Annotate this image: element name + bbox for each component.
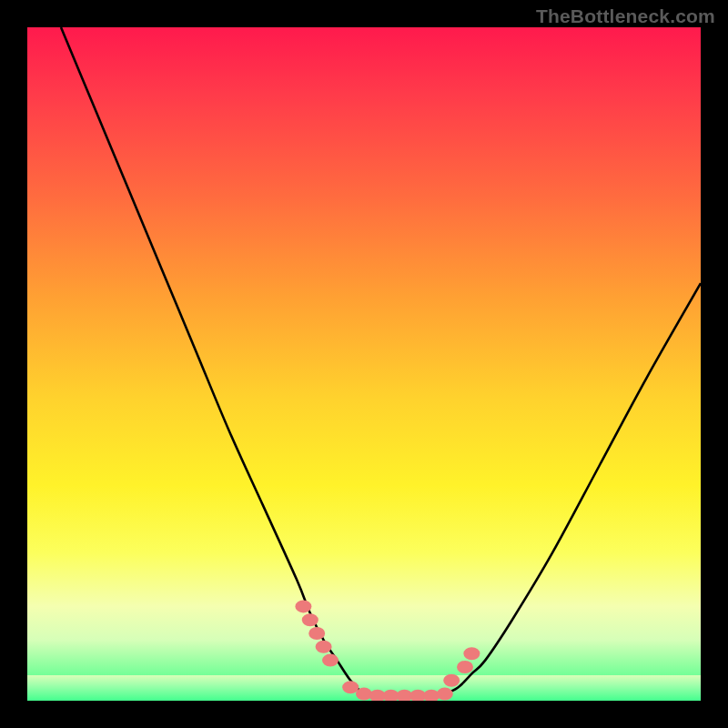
marker-point	[463, 647, 480, 660]
marker-point	[342, 681, 359, 693]
marker-point	[457, 661, 473, 673]
bottleneck-curve	[61, 27, 701, 698]
marker-point	[302, 613, 318, 626]
curve-svg	[27, 27, 701, 701]
plot-area	[27, 27, 701, 701]
marker-point	[316, 641, 332, 653]
marker-point	[308, 627, 325, 640]
markers-group	[295, 600, 480, 701]
curve-group	[61, 27, 701, 698]
marker-point	[437, 688, 453, 701]
watermark-text: TheBottleneck.com	[536, 5, 715, 27]
marker-point	[443, 674, 460, 687]
marker-point	[322, 654, 339, 667]
chart-frame: TheBottleneck.com	[0, 0, 728, 728]
marker-point	[295, 600, 311, 612]
